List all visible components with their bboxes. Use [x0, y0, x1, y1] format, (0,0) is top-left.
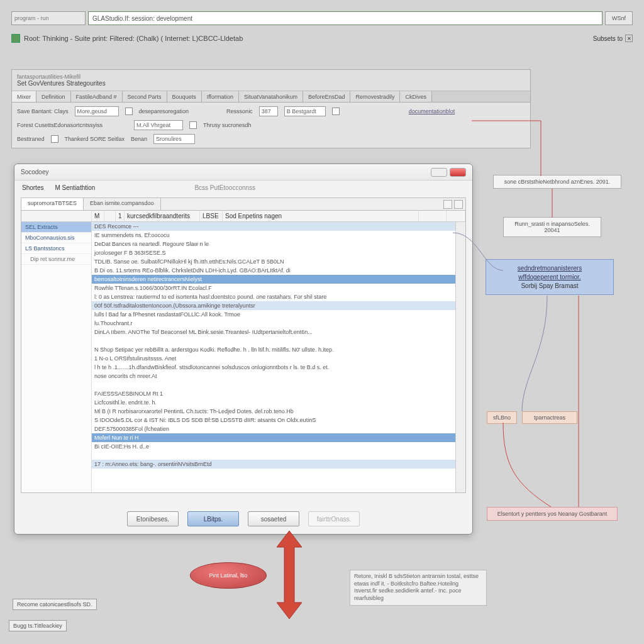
- table-row[interactable]: [92, 336, 455, 345]
- table-row[interactable]: 17 : m:Anneo.ets: bang-. orsentiriNVsits…: [92, 460, 455, 469]
- dialog-tab[interactable]: Shortes: [22, 184, 43, 191]
- tree-node[interactable]: SEL Extracts: [21, 222, 91, 233]
- callout: sone cBrststhieNetbhrond aznEnes. 2091.: [493, 175, 621, 189]
- table-row[interactable]: 00f 50f.!stfraditalosttentoncoon.(Ubssor…: [92, 301, 455, 310]
- inner-tab[interactable]: supromoraTBTSES: [21, 198, 84, 210]
- inner-panel: supromoraTBTSES Eban isrnite.compansdoo …: [21, 197, 466, 493]
- tab-before[interactable]: BeforeEnsDad: [303, 91, 351, 102]
- field-input[interactable]: 387: [259, 106, 278, 116]
- table-row[interactable]: Licfcosithl.le. endrit.te. h.: [92, 398, 455, 407]
- table-row[interactable]: FAIESSSAESBINOLM Rt 1: [92, 389, 455, 398]
- tab-mixer[interactable]: Mixer: [12, 91, 36, 102]
- field-label: Besttraned: [17, 136, 45, 142]
- tree-node[interactable]: MboConnausios.sis: [21, 233, 91, 243]
- table-row[interactable]: TDLIB. Sanse oe. SulbatifCPNillokHl kj f…: [92, 257, 455, 266]
- tab-fastile[interactable]: FastileAdband #: [71, 91, 123, 102]
- dropdown[interactable]: B Bestgardt: [284, 106, 326, 116]
- toolbar-button[interactable]: [454, 200, 463, 209]
- bottom-button-2[interactable]: Bugg ts.Tittleackiey: [9, 620, 67, 631]
- table-row[interactable]: lu.Thouchrant.r: [92, 319, 455, 328]
- table-row[interactable]: berrosaltotninsderen netirectrancersNiel…: [92, 275, 455, 284]
- inner-tab[interactable]: Eban isrnite.compansdoo: [84, 198, 161, 210]
- tree-node[interactable]: LS Bantsstoncs: [21, 243, 91, 254]
- tab-ifformation[interactable]: Ifformation: [202, 91, 239, 102]
- checkbox-label: deseparesoregation: [139, 108, 189, 114]
- callout-line: sedndretmonanisterers: [492, 265, 607, 272]
- table-row[interactable]: Ml B (I R norbisarorxarortel PentintL Ch…: [92, 407, 455, 416]
- table-row[interactable]: Meferl Nun te ri H: [92, 433, 455, 442]
- tree-node[interactable]: Dip ret sonnur.me: [21, 254, 91, 265]
- col-header[interactable]: Sod Enpetins nagen: [223, 211, 419, 221]
- callout-blue: sedndretmonanisterers wffdogeperent torm…: [486, 259, 614, 295]
- checkbox[interactable]: [125, 108, 133, 115]
- col-header[interactable]: kurcsedkfilbraandterits: [125, 211, 200, 221]
- tab-bouquets[interactable]: Bouquets: [167, 91, 202, 102]
- field-input[interactable]: More,geusd: [75, 106, 119, 116]
- col-header[interactable]: M: [92, 211, 104, 221]
- red-oval: Pint Latinal, ltio: [190, 562, 267, 589]
- close-button[interactable]: [450, 168, 466, 177]
- dialog-tab[interactable]: Bcss PutEtoocconnss: [194, 184, 255, 191]
- table-row[interactable]: 1 N-o L ORSIfstulirusitssss. Anet: [92, 354, 455, 363]
- field-input[interactable]: Sronulires: [153, 134, 195, 144]
- tab-situat[interactable]: SituatVanatahonikum: [239, 91, 303, 102]
- field-label: Resssonic: [226, 108, 253, 114]
- close-icon[interactable]: ✕: [625, 35, 633, 42]
- scrollbar[interactable]: [455, 222, 465, 492]
- col-header[interactable]: [447, 211, 465, 221]
- checkbox[interactable]: [189, 121, 197, 129]
- field-label: Save Bantant: Clays: [17, 108, 69, 114]
- field-label: Forest CusettsEdonasortcntssyiss: [17, 122, 103, 128]
- table-row[interactable]: IE summendets ns. Ef:oococu: [92, 231, 455, 240]
- col-header[interactable]: [104, 211, 116, 221]
- table-row[interactable]: DES Recomce ---: [92, 222, 455, 231]
- panel-subtitle: fantasportautilities-Mikefil: [17, 74, 525, 80]
- table-row[interactable]: nose oncorits ch nreer.At: [92, 372, 455, 380]
- table-row[interactable]: DeDat Bances ra neartedl. Regoure Slaw n…: [92, 240, 455, 248]
- callout: Runn_srasti n inapansoSeles. 20041: [503, 217, 601, 237]
- field-label: Benan: [131, 136, 147, 142]
- table-row[interactable]: l h te h .1.......1h.dfandwBiskfieof. st…: [92, 363, 455, 372]
- panel-tabs: Mixer Definition FastileAdband # Second …: [12, 91, 530, 103]
- dialog-button-4[interactable]: fairttrOnass.: [308, 511, 360, 526]
- callout-line: wffdogeperent tormior.: [492, 274, 607, 280]
- minimize-button[interactable]: [431, 168, 447, 177]
- topbar-right-button[interactable]: WSnf: [605, 11, 633, 25]
- table-row[interactable]: [92, 380, 455, 389]
- dialog-button-1[interactable]: Etonibeses.: [127, 511, 179, 526]
- link[interactable]: documentationblot: [409, 108, 455, 114]
- dialog-button-primary[interactable]: LBitps.: [187, 511, 239, 526]
- dialog-button-3[interactable]: sosaeted: [248, 511, 299, 526]
- tab-definition[interactable]: Definition: [36, 91, 71, 102]
- breadcrumb: Root: Thinking - Suite print: Filtered: …: [24, 35, 243, 42]
- callout-orange: tparnactreas: [522, 411, 577, 424]
- dialog-title: Socodoey: [21, 169, 48, 175]
- col-header[interactable]: [21, 211, 92, 221]
- table-row[interactable]: DEF.575000385Fol (fcheatien: [92, 425, 455, 433]
- dialog-tab[interactable]: M Sentiathtion: [55, 184, 95, 191]
- table-row[interactable]: S IDOOdeS.DL cor & IST Ni: IBLS DS SDB B…: [92, 416, 455, 425]
- table-row[interactable]: lulls l Bad far a fPhesnet rasdastatFOLL…: [92, 310, 455, 319]
- tab-second[interactable]: Second Parts: [123, 91, 167, 102]
- table-row[interactable]: N Shop Setipac yer rebBillIt a. arderstg…: [92, 345, 455, 354]
- checkbox[interactable]: [332, 108, 340, 115]
- toolbar-button[interactable]: [443, 200, 452, 209]
- table-row[interactable]: Rowhle TTenan.s.1066/300/30rRT.IN Ecolac…: [92, 284, 455, 292]
- table-row[interactable]: Bi cIE-OIIE:Hs H. d..e: [92, 442, 455, 451]
- table-row[interactable]: joroloseger F B 363ISESE.S: [92, 248, 455, 257]
- checkbox-label: Thrusy sucronesdh: [203, 122, 252, 128]
- table-row[interactable]: DinLA IIbem. ANOThe Tof Beaconsel ML Bin…: [92, 328, 455, 336]
- tab-ckdives[interactable]: CkDives: [400, 91, 432, 102]
- button[interactable]: M.All Vhrgeat: [134, 120, 183, 130]
- col-header[interactable]: [419, 211, 447, 221]
- table-row[interactable]: l: 0 as Lenstrea: rautiermd to ed isorte…: [92, 292, 455, 301]
- col-header[interactable]: 1: [116, 211, 125, 221]
- table-row[interactable]: B Di os. 11.srtems REo-Blblik. ChrksletD…: [92, 266, 455, 275]
- program-run-box[interactable]: program - run: [11, 11, 86, 25]
- tab-remove[interactable]: Removestradily: [350, 91, 400, 102]
- checkbox[interactable]: [51, 135, 58, 143]
- bottom-button-1[interactable]: Recome catonicaestlisofs SD.: [13, 599, 97, 610]
- col-header[interactable]: LBSE: [200, 211, 223, 221]
- breadcrumb-icon: [11, 34, 20, 43]
- address-bar[interactable]: GLAStudio.If: session: development: [88, 11, 602, 25]
